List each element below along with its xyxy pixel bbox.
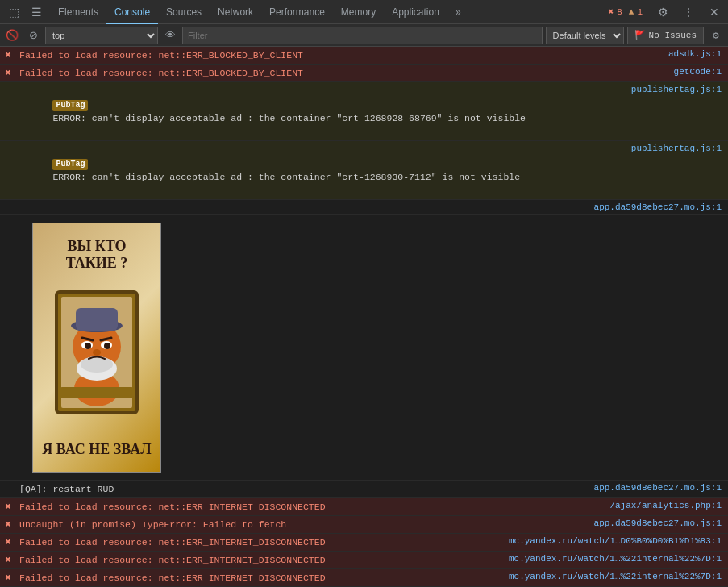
log-row: ✖ Failed to load resource: net::ERR_INTE… xyxy=(0,552,728,569)
console-content: ✖ Failed to load resource: net::ERR_BLOC… xyxy=(0,47,728,587)
error-icon: ✖ xyxy=(0,499,16,513)
log-message: Failed to load resource: net::ERR_INTERN… xyxy=(16,570,502,585)
log-row: ✖ Failed to load resource: net::ERR_BLOC… xyxy=(0,65,728,82)
tab-console[interactable]: Console xyxy=(106,0,158,24)
log-row: ✖ Failed to load resource: net::ERR_INTE… xyxy=(0,498,728,516)
eye-button[interactable]: 👁 xyxy=(161,27,179,44)
more-options-button[interactable]: ⋮ xyxy=(678,2,699,23)
log-row: ✖ Uncaught (in promise) TypeError: Faile… xyxy=(0,516,728,534)
log-message: PubTag ERROR: can't display acceptable a… xyxy=(16,142,615,198)
log-message: Failed to load resource: net::ERR_INTERN… xyxy=(16,535,502,550)
cartoon-figure xyxy=(48,284,145,429)
warn-count: 1 xyxy=(637,7,643,17)
error-icon: ✖ xyxy=(0,570,16,584)
log-row: app.da59d8ebec27.mo.js:1 xyxy=(0,200,728,215)
pubtag-icon xyxy=(0,83,16,85)
log-source[interactable]: app.da59d8ebec27.mo.js:1 xyxy=(588,517,728,530)
svg-point-10 xyxy=(104,343,110,349)
console-filter-toggle[interactable]: ⊘ xyxy=(24,27,42,44)
inspect-icon[interactable]: ⬚ xyxy=(3,2,24,23)
filter-input[interactable] xyxy=(182,27,543,44)
svg-point-15 xyxy=(81,356,113,373)
image-text-top: ВЫ КТО ТАКИЕ ? xyxy=(41,238,152,272)
error-icon: ✖ xyxy=(0,552,16,566)
tab-more[interactable]: » xyxy=(447,0,469,24)
log-message: Failed to load resource: net::ERR_BLOCKE… xyxy=(16,65,615,81)
log-message: Uncaught (in promise) TypeError: Failed … xyxy=(16,517,588,532)
log-message: [QA]: restart RUD xyxy=(16,481,588,497)
error-icon: ✖ xyxy=(0,65,16,79)
log-source[interactable]: mc.yandex.ru/watch/1…D0%B0%D0%B1%D1%83:1 xyxy=(502,535,728,547)
console-image: ВЫ КТО ТАКИЕ ? xyxy=(32,223,161,473)
log-row-image: ВЫ КТО ТАКИЕ ? xyxy=(0,215,728,481)
log-row: [QA]: restart RUD app.da59d8ebec27.mo.js… xyxy=(0,481,728,498)
blank-icon xyxy=(0,201,16,202)
context-selector[interactable]: top xyxy=(45,27,158,44)
error-count-badge: ✖ 8 ▲ 1 xyxy=(604,6,647,17)
svg-point-9 xyxy=(85,343,91,349)
devtools-left-icons: ⬚ ☰ xyxy=(3,2,47,23)
image-text-bottom: Я ВАС НЕ ЗВАЛ xyxy=(42,441,151,458)
log-message xyxy=(16,201,588,202)
error-icon: ✖ xyxy=(609,6,614,17)
error-count: 8 xyxy=(617,7,622,17)
pubtag-badge: PubTag xyxy=(52,100,88,111)
error-icon: ✖ xyxy=(0,535,16,548)
devtools-tabs-bar: ⬚ ☰ Elements Console Sources Network Per… xyxy=(0,0,728,24)
log-message: Failed to load resource: net::ERR_INTERN… xyxy=(16,552,502,568)
tab-memory[interactable]: Memory xyxy=(333,0,384,24)
default-levels-select[interactable]: Default levels xyxy=(546,27,624,44)
log-source[interactable]: mc.yandex.ru/watch/1…%22internal%22%7D:1 xyxy=(502,552,728,565)
error-icon: ✖ xyxy=(0,517,16,531)
log-row: ✖ Failed to load resource: net::ERR_INTE… xyxy=(0,569,728,587)
clear-console-button[interactable]: 🚫 xyxy=(3,27,21,44)
no-issues-badge: 🚩 No Issues xyxy=(627,27,704,44)
log-row: ✖ Failed to load resource: net::ERR_BLOC… xyxy=(0,47,728,65)
flag-icon: 🚩 xyxy=(634,30,646,40)
tab-network[interactable]: Network xyxy=(210,0,261,24)
log-message: Failed to load resource: net::ERR_INTERN… xyxy=(16,499,603,514)
close-button[interactable]: ✕ xyxy=(704,2,725,23)
pubtag-icon xyxy=(0,142,16,144)
log-source[interactable]: publishertag.js:1 xyxy=(615,83,728,96)
device-icon[interactable]: ☰ xyxy=(26,2,47,23)
log-row: PubTag ERROR: can't display acceptable a… xyxy=(0,82,728,141)
log-source[interactable]: adsdk.js:1 xyxy=(615,48,728,60)
log-source[interactable]: publishertag.js:1 xyxy=(615,142,728,155)
svg-point-13 xyxy=(93,349,101,356)
console-settings-button[interactable]: ⚙ xyxy=(707,27,725,44)
warn-icon: ▲ xyxy=(629,7,634,17)
tab-sources[interactable]: Sources xyxy=(158,0,210,24)
tab-application[interactable]: Application xyxy=(384,0,447,24)
error-icon: ✖ xyxy=(0,48,16,61)
log-source[interactable]: app.da59d8ebec27.mo.js:1 xyxy=(588,201,728,214)
svg-rect-3 xyxy=(60,387,134,398)
tabs-right-area: ✖ 8 ▲ 1 ⚙ ⋮ ✕ xyxy=(604,2,725,23)
no-issues-label: No Issues xyxy=(649,31,697,40)
log-message: PubTag ERROR: can't display acceptable a… xyxy=(16,83,615,139)
blank-icon xyxy=(0,216,16,218)
log-message: Failed to load resource: net::ERR_BLOCKE… xyxy=(16,48,615,63)
log-source[interactable]: mc.yandex.ru/watch/1…%22internal%22%7D:1 xyxy=(502,570,728,583)
svg-rect-6 xyxy=(76,308,118,331)
log-source[interactable]: /ajax/analytics.php:1 xyxy=(603,499,728,512)
blank-icon xyxy=(0,481,16,483)
log-row: ✖ Failed to load resource: net::ERR_INTE… xyxy=(0,534,728,552)
log-source[interactable]: getCode:1 xyxy=(615,65,728,78)
pubtag-badge: PubTag xyxy=(52,159,88,170)
log-source[interactable]: app.da59d8ebec27.mo.js:1 xyxy=(588,481,728,494)
image-content: ВЫ КТО ТАКИЕ ? xyxy=(33,223,160,472)
tab-performance[interactable]: Performance xyxy=(261,0,333,24)
console-toolbar: 🚫 ⊘ top 👁 Default levels 🚩 No Issues ⚙ xyxy=(0,24,728,47)
tab-elements[interactable]: Elements xyxy=(50,0,106,24)
settings-button[interactable]: ⚙ xyxy=(652,2,673,23)
log-row: PubTag ERROR: can't display acceptable a… xyxy=(0,141,728,200)
